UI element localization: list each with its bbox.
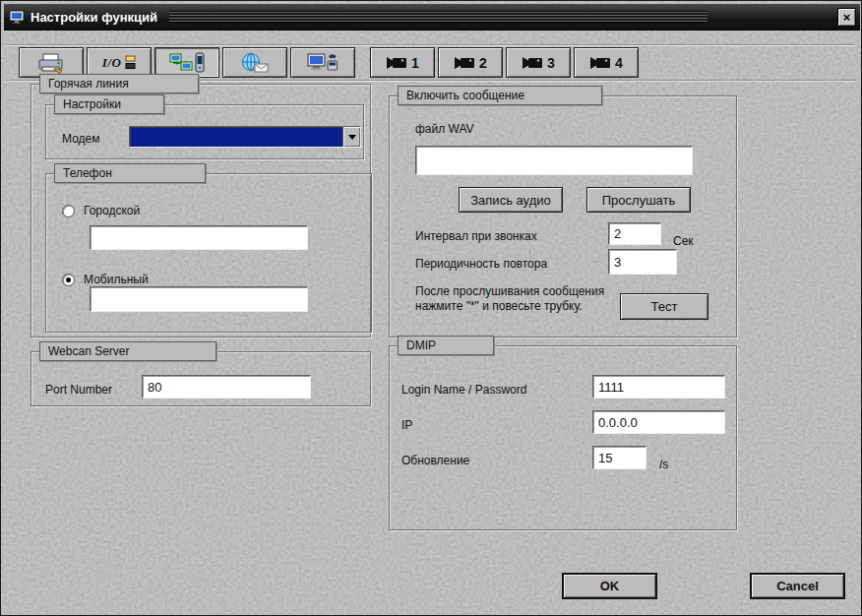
tab-camera-1[interactable]: 1 <box>370 47 435 78</box>
mobile-radio-row[interactable]: Мобильный <box>62 273 149 286</box>
update-rate-unit-label: /s <box>659 458 668 471</box>
window-title: Настройки функций <box>31 10 157 25</box>
tab-camera-4[interactable]: 4 <box>574 47 639 78</box>
wav-file-label: файл WAV <box>415 122 474 136</box>
camera-icon <box>589 56 611 70</box>
repeat-period-input[interactable] <box>608 249 677 275</box>
chevron-down-icon <box>348 135 356 140</box>
ip-input[interactable] <box>592 410 725 434</box>
tab-internet[interactable] <box>222 47 287 78</box>
group-settings-title: Настройки <box>54 94 164 114</box>
group-hotline-title: Горячая линия <box>39 74 199 93</box>
group-modem-settings: Настройки Модем <box>45 104 364 159</box>
hangup-note-line1: После прослушивания сообщения <box>415 284 604 298</box>
call-interval-input[interactable] <box>608 222 661 245</box>
mobile-phone-input[interactable] <box>90 286 308 312</box>
record-audio-button[interactable]: Запись аудио <box>459 187 563 213</box>
group-hotline: Горячая линия Настройки Модем Телефон Го… <box>31 84 371 338</box>
call-interval-label: Интервал при звонках <box>415 229 537 243</box>
modem-dropdown-button[interactable] <box>342 127 360 147</box>
update-rate-label: Обновление <box>401 454 469 467</box>
camera-icon <box>454 56 475 70</box>
camera-1-label: 1 <box>411 55 419 71</box>
toolbar-groove-top <box>7 44 855 46</box>
city-radio-label: Городской <box>84 204 140 217</box>
camera-icon <box>386 56 407 70</box>
test-button[interactable]: Тест <box>620 293 708 320</box>
mobile-radio[interactable] <box>62 274 75 286</box>
seconds-unit-label: Сек <box>673 234 694 248</box>
camera-2-label: 2 <box>479 55 487 71</box>
city-radio-row[interactable]: Городской <box>62 204 140 217</box>
globe-mail-icon <box>240 52 270 74</box>
camera-icon <box>522 56 543 70</box>
mobile-radio-label: Мобильный <box>84 273 149 286</box>
group-dmip: DMIP Login Name / Password IP Обновление… <box>389 345 737 530</box>
group-phone-title: Телефон <box>54 163 206 183</box>
tab-camera-3[interactable]: 3 <box>506 47 571 78</box>
group-dmip-title: DMIP <box>398 336 494 355</box>
printer-fax-icon <box>36 52 66 74</box>
io-connector-icon <box>125 55 136 70</box>
group-enable-message: Включить сообщение файл WAV Запись аудио… <box>389 95 737 338</box>
title-bar[interactable]: Настройки функций × <box>4 4 860 31</box>
camera-3-label: 3 <box>547 55 555 71</box>
remote-monitor-icon <box>307 52 339 74</box>
ip-label: IP <box>401 418 412 432</box>
city-phone-input[interactable] <box>90 225 308 250</box>
titlebar-stripes <box>169 11 708 23</box>
io-ports-icon: I/O <box>102 55 122 71</box>
city-radio[interactable] <box>62 205 75 217</box>
group-message-title: Включить сообщение <box>398 86 602 105</box>
app-icon <box>9 9 25 25</box>
listen-button[interactable]: Прослушать <box>586 187 691 213</box>
login-password-label: Login Name / Password <box>401 383 526 397</box>
close-button[interactable]: × <box>837 8 856 27</box>
settings-dialog-window: Настройки функций × I/O <box>0 0 862 616</box>
repeat-period-label: Периодичность повтора <box>415 257 547 271</box>
group-webcam-server: Webcan Server Port Number <box>31 351 371 406</box>
cancel-button[interactable]: Cancel <box>750 573 845 599</box>
tab-camera-2[interactable]: 2 <box>438 47 503 78</box>
wav-file-input[interactable] <box>415 146 693 175</box>
hangup-note-line2: нажмите "*" и повесьте трубку. <box>415 299 583 313</box>
modem-label: Модем <box>62 132 99 146</box>
port-number-input[interactable] <box>142 375 311 399</box>
update-rate-input[interactable] <box>592 446 646 469</box>
modem-select[interactable] <box>129 126 361 148</box>
port-number-label: Port Number <box>45 383 112 397</box>
camera-4-label: 4 <box>615 55 623 71</box>
group-webcam-title: Webcan Server <box>39 341 216 361</box>
login-password-input[interactable] <box>592 375 725 399</box>
group-phone: Телефон Городской Мобильный <box>45 173 372 333</box>
tab-remote-monitor[interactable] <box>290 47 355 78</box>
ok-button[interactable]: OK <box>562 573 657 599</box>
network-phone-icon <box>169 52 205 74</box>
